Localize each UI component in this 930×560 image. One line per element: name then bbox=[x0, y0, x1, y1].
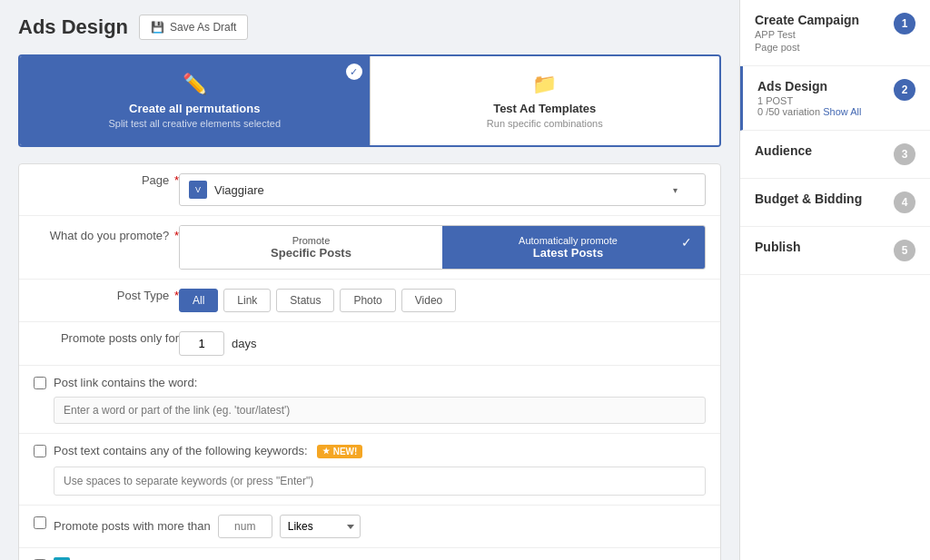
promote-type-row: What do you promote? * Promote Specific … bbox=[19, 216, 720, 280]
main-form: Page * V Viaggiare ▾ What do you promote… bbox=[18, 163, 721, 560]
promote-control: Promote Specific Posts ✓ Automatically p… bbox=[179, 225, 706, 270]
audience-title: Audience bbox=[755, 143, 894, 158]
create-campaign-sub2: Page post bbox=[755, 42, 894, 53]
promote-days-row: Promote posts only for days bbox=[19, 322, 720, 366]
post-type-all[interactable]: All bbox=[179, 289, 218, 312]
promote-specific-option[interactable]: Promote Specific Posts bbox=[180, 226, 442, 269]
post-text-row: Post text contains any of the following … bbox=[19, 434, 720, 506]
save-draft-label: Save As Draft bbox=[170, 21, 236, 34]
template1-title: Create all permutations bbox=[38, 102, 351, 115]
chevron-down-icon: ▾ bbox=[673, 185, 678, 195]
page-control: V Viaggiare ▾ bbox=[179, 173, 706, 206]
promote-more-checkbox[interactable] bbox=[34, 516, 46, 529]
post-type-required: * bbox=[171, 289, 179, 302]
publish-content: Publish bbox=[755, 240, 894, 254]
post-type-row: Post Type * All Link Status Photo Video bbox=[19, 280, 720, 322]
sidebar-item-create-campaign[interactable]: Create Campaign APP Test Page post 1 bbox=[740, 0, 930, 66]
post-type-control: All Link Status Photo Video bbox=[179, 289, 706, 312]
post-link-content: Post link contains the word: bbox=[54, 375, 706, 424]
budget-title: Budget & Bidding bbox=[755, 192, 894, 206]
new-badge: ★ NEW! bbox=[317, 445, 363, 458]
step-badge-4: 4 bbox=[894, 192, 915, 213]
audience-content: Audience bbox=[755, 143, 894, 158]
num-input[interactable] bbox=[218, 515, 272, 538]
promote-specific-value: Specific Posts bbox=[193, 246, 430, 260]
ads-design-content: Ads Design 1 POST 0 /50 variation Show A… bbox=[757, 79, 894, 117]
step-badge-2: 2 bbox=[894, 79, 915, 101]
promote-toggle: Promote Specific Posts ✓ Automatically p… bbox=[179, 225, 706, 270]
ads-design-sub2: 0 /50 variation Show All bbox=[757, 106, 894, 117]
template-card-test[interactable]: 📁 Test Ad Templates Run specific combina… bbox=[371, 56, 720, 145]
page-value: Viaggiare bbox=[214, 183, 264, 197]
ads-design-sub1: 1 POST bbox=[757, 95, 894, 106]
sidebar-item-publish[interactable]: Publish 5 bbox=[740, 227, 930, 275]
post-link-label: Post link contains the word: bbox=[54, 375, 197, 391]
publish-title: Publish bbox=[755, 240, 894, 254]
folder-icon: 📁 bbox=[389, 73, 702, 96]
post-text-content: Post text contains any of the following … bbox=[54, 443, 706, 496]
post-text-checkbox[interactable] bbox=[34, 445, 46, 457]
page-label: Page * bbox=[34, 173, 179, 187]
post-type-status[interactable]: Status bbox=[276, 289, 334, 312]
budget-content: Budget & Bidding bbox=[755, 192, 894, 206]
promote-days-label: Promote posts only for bbox=[34, 331, 179, 345]
post-type-video[interactable]: Video bbox=[401, 289, 456, 312]
step-badge-3: 3 bbox=[894, 143, 915, 165]
pencil-icon: ✏️ bbox=[38, 73, 351, 96]
promote-more-row: Promote posts with more than Likes Comme… bbox=[19, 506, 720, 548]
sidebar-item-ads-design[interactable]: Ads Design 1 POST 0 /50 variation Show A… bbox=[740, 66, 930, 131]
template1-subtitle: Split test all creative elements selecte… bbox=[38, 118, 351, 129]
promote-days-control: days bbox=[179, 331, 706, 356]
sidebar-item-audience[interactable]: Audience 3 bbox=[740, 131, 930, 179]
promote-required: * bbox=[171, 229, 179, 242]
floppy-icon: 💾 bbox=[151, 21, 164, 34]
template1-check: ✓ bbox=[346, 64, 362, 80]
ads-design-title: Ads Design bbox=[757, 79, 894, 93]
days-suffix: days bbox=[232, 337, 256, 350]
template-card-permutations[interactable]: ✏️ Create all permutations Split test al… bbox=[20, 56, 370, 145]
step-badge-1: 1 bbox=[894, 13, 915, 34]
post-text-label: Post text contains any of the following … bbox=[54, 443, 308, 459]
sidebar-item-budget-bidding[interactable]: Budget & Bidding 4 bbox=[740, 179, 930, 227]
star-icon: ★ bbox=[322, 447, 330, 456]
hootsuite-row: 🦉 Promote only posts created with Hootsu… bbox=[19, 548, 720, 560]
page-title: Ads Design bbox=[18, 15, 128, 39]
page-header: Ads Design 💾 Save As Draft bbox=[18, 15, 721, 40]
promote-more-content: Promote posts with more than Likes Comme… bbox=[54, 515, 361, 538]
post-link-checkbox[interactable] bbox=[34, 377, 46, 389]
template2-title: Test Ad Templates bbox=[389, 102, 702, 115]
promote-latest-label: Automatically promote bbox=[455, 235, 692, 246]
post-type-group: All Link Status Photo Video bbox=[179, 289, 706, 312]
step-badge-5: 5 bbox=[894, 240, 915, 261]
post-type-label: Post Type * bbox=[34, 289, 179, 302]
template2-subtitle: Run specific combinations bbox=[389, 118, 702, 129]
keywords-input[interactable] bbox=[54, 467, 706, 496]
template-selector: ✏️ Create all permutations Split test al… bbox=[18, 54, 721, 147]
days-input[interactable] bbox=[179, 331, 224, 356]
promote-latest-option[interactable]: ✓ Automatically promote Latest Posts bbox=[442, 226, 705, 269]
promote-more-label: Promote posts with more than bbox=[54, 518, 211, 535]
post-link-row: Post link contains the word: bbox=[19, 366, 720, 434]
promote-latest-check: ✓ bbox=[681, 235, 692, 250]
create-campaign-content: Create Campaign APP Test Page post bbox=[755, 13, 894, 53]
post-link-input[interactable] bbox=[54, 397, 706, 424]
promote-latest-value: Latest Posts bbox=[455, 246, 692, 260]
show-all-link[interactable]: Show All bbox=[823, 106, 861, 117]
required-indicator: * bbox=[171, 173, 179, 187]
page-fb-icon: V bbox=[189, 181, 207, 199]
promote-label: What do you promote? * bbox=[34, 225, 179, 242]
likes-dropdown[interactable]: Likes Comments Shares bbox=[280, 515, 361, 538]
page-dropdown[interactable]: V Viaggiare ▾ bbox=[179, 173, 706, 206]
post-type-link[interactable]: Link bbox=[223, 289, 271, 312]
create-campaign-sub1: APP Test bbox=[755, 29, 894, 40]
days-row: days bbox=[179, 331, 706, 356]
save-draft-button[interactable]: 💾 Save As Draft bbox=[139, 15, 248, 40]
post-type-photo[interactable]: Photo bbox=[340, 289, 395, 312]
sidebar: Create Campaign APP Test Page post 1 Ads… bbox=[739, 0, 930, 560]
promote-specific-label: Promote bbox=[193, 235, 430, 246]
page-row: Page * V Viaggiare ▾ bbox=[19, 164, 720, 216]
create-campaign-title: Create Campaign bbox=[755, 13, 894, 27]
